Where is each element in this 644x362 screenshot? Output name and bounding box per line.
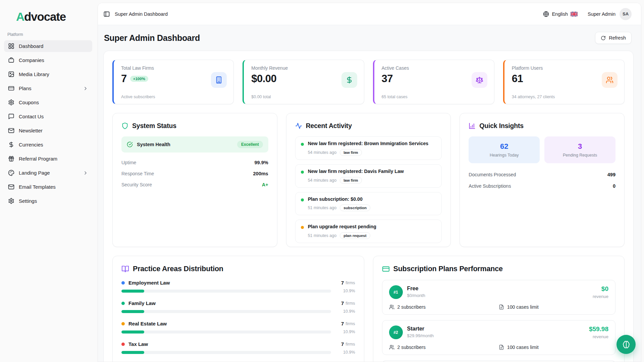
- practice-area-row: Employment Law 7 firms 10.9%: [121, 280, 355, 293]
- sidebar-item-companies[interactable]: Companies: [4, 54, 92, 66]
- progress-bar: [121, 290, 331, 293]
- plan-cases-limit: 100 cases limit: [499, 304, 608, 310]
- language-switcher[interactable]: English: [543, 11, 578, 17]
- insight-tile-pending: 3 Pending Requests: [544, 136, 615, 163]
- credit-card-icon: [8, 85, 14, 92]
- sidebar-item-currencies[interactable]: Currencies: [4, 139, 92, 150]
- stat-card-monthly-revenue: Monthly Revenue $0.00 $0.00 total: [243, 60, 364, 104]
- sidebar-item-landing-page[interactable]: Landing Page: [4, 167, 92, 179]
- sidebar: Advocate Platform Dashboard Companies Me…: [0, 0, 96, 362]
- activity-dot: [301, 171, 304, 174]
- stat-card-platform-users: Platform Users 61 34 attorneys, 27 clien…: [503, 60, 625, 104]
- stat-card-total-law-firms: Total Law Firms 7 +100% Active subscribe…: [112, 60, 234, 104]
- sidebar-item-coupons[interactable]: Coupons: [4, 97, 92, 108]
- plan-rank-badge: #1: [389, 285, 403, 299]
- system-health-row: System Health Excellent: [121, 136, 268, 153]
- sidebar-item-email-templates[interactable]: Email Templates: [4, 181, 92, 193]
- dollar-icon: [341, 72, 357, 88]
- activity-item: Plan upgrade request pending 51 minutes …: [295, 220, 442, 243]
- stat-value: 61: [512, 73, 523, 85]
- quick-insights-card: Quick Insights 62 Hearings Today 3 Pendi…: [460, 113, 625, 247]
- sidebar-item-plans[interactable]: Plans: [4, 82, 92, 94]
- activity-dot: [301, 226, 304, 229]
- sidebar-section-label: Platform: [4, 32, 92, 40]
- plan-subscribers: 2 subscribers: [389, 304, 499, 310]
- metric-uptime: Uptime 99.9%: [121, 160, 268, 165]
- gift-icon: [8, 156, 14, 162]
- topbar: Super Admin Dashboard English Super Admi…: [98, 3, 641, 25]
- chevron-right-icon: [83, 170, 88, 176]
- user-name: Super Admin: [588, 11, 615, 17]
- trend-badge: +100%: [130, 76, 148, 82]
- metric-security-score: Security Score A+: [121, 182, 268, 187]
- progress-bar: [121, 310, 331, 313]
- user-menu[interactable]: Super Admin SA: [588, 8, 632, 20]
- stat-card-active-cases: Active Cases 37 65 total cases: [373, 60, 494, 104]
- dashboard-container: Total Law Firms 7 +100% Active subscribe…: [103, 51, 634, 362]
- activity-tag: law firm: [340, 177, 362, 184]
- scales-icon: [472, 72, 487, 88]
- language-label: English: [552, 11, 568, 17]
- progress-bar: [121, 351, 331, 354]
- activity-tag: subscription: [340, 204, 370, 211]
- main-panel: Super Admin Dashboard English Super Admi…: [98, 3, 641, 362]
- stat-value: 7: [121, 73, 127, 85]
- sidebar-item-dashboard[interactable]: Dashboard: [4, 40, 92, 52]
- globe-icon: [543, 11, 549, 17]
- progress-bar: [121, 330, 331, 334]
- plan-rank-badge: #2: [389, 325, 403, 339]
- activity-dot: [301, 143, 304, 146]
- activity-dot: [301, 198, 304, 201]
- refresh-icon: [601, 36, 606, 41]
- brain-icon: [622, 341, 630, 349]
- gear-icon: [8, 198, 14, 204]
- insight-documents-processed: Documents Processed 499: [469, 172, 615, 177]
- insight-tile-hearings: 62 Hearings Today: [469, 136, 540, 163]
- file-text-icon: [499, 345, 504, 350]
- ai-assistant-button[interactable]: [616, 335, 636, 354]
- sidebar-toggle-icon[interactable]: [103, 11, 110, 17]
- users-icon: [389, 304, 394, 310]
- mail-icon: [8, 127, 14, 134]
- bar-chart-icon: [469, 122, 476, 129]
- sidebar-item-referral-program[interactable]: Referral Program: [4, 153, 92, 165]
- practice-areas-card: Practice Areas Distribution Employment L…: [112, 256, 364, 362]
- refresh-button[interactable]: Refresh: [595, 32, 632, 44]
- practice-area-row: Tax Law 7 firms 10.9%: [121, 341, 355, 355]
- mail-icon: [8, 184, 14, 190]
- sidebar-item-media-library[interactable]: Media Library: [4, 68, 92, 80]
- image-icon: [8, 71, 14, 77]
- practice-area-row: Family Law 7 firms 10.9%: [121, 300, 355, 314]
- activity-icon: [295, 122, 302, 129]
- credit-card-icon: [382, 265, 390, 273]
- page-body: Super Admin Dashboard Refresh Total Law …: [98, 25, 641, 362]
- system-status-card: System Status System Health Excellent Up…: [112, 113, 277, 247]
- grid-icon: [8, 43, 14, 49]
- sidebar-item-newsletter[interactable]: Newsletter: [4, 125, 92, 136]
- activity-tag: plan request: [340, 232, 370, 239]
- activity-item: New law firm registered: Davis Family La…: [295, 164, 442, 188]
- gear-icon: [8, 99, 14, 106]
- subscription-plans-card: Subscription Plans Performance #1 Free $…: [373, 256, 625, 362]
- legend-dot: [121, 281, 125, 285]
- status-badge: Excellent: [237, 141, 263, 148]
- file-text-icon: [499, 304, 504, 310]
- stat-value: 37: [382, 73, 393, 85]
- activity-item: New law firm registered: Brown Immigrati…: [295, 136, 442, 160]
- plan-card-starter: #2 Starter $29.99/month $59.98 revenue: [382, 320, 616, 355]
- breadcrumb: Super Admin Dashboard: [115, 11, 168, 17]
- practice-area-row: Real Estate Law 7 firms 10.9%: [121, 321, 355, 334]
- page-title: Super Admin Dashboard: [104, 33, 200, 43]
- check-circle-icon: [127, 141, 133, 147]
- stats-row: Total Law Firms 7 +100% Active subscribe…: [112, 60, 625, 104]
- chat-bubble-icon: [8, 113, 14, 120]
- activity-item: Plan subscription: $0.00 51 minutes ago …: [295, 192, 442, 216]
- plan-card-partial: [382, 360, 616, 362]
- sidebar-item-settings[interactable]: Settings: [4, 195, 92, 207]
- building-icon: [211, 72, 227, 88]
- sidebar-item-contact-us[interactable]: Contact Us: [4, 111, 92, 122]
- activity-tag: law firm: [340, 149, 362, 156]
- brand-logo: Advocate: [4, 7, 92, 32]
- users-icon: [389, 345, 394, 350]
- legend-dot: [121, 322, 125, 325]
